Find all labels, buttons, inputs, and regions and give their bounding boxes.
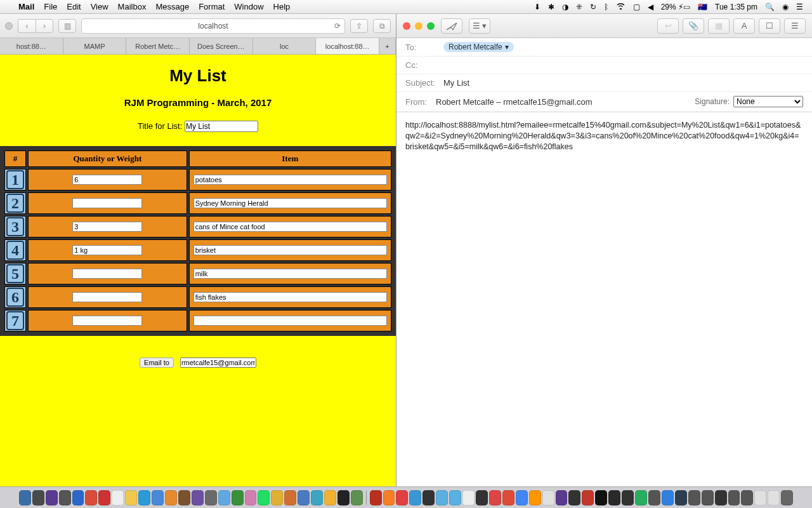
qty-input[interactable] xyxy=(72,269,142,279)
dock-app-icon[interactable] xyxy=(152,490,164,505)
dock-app-icon[interactable] xyxy=(192,490,204,505)
dock-app-icon[interactable] xyxy=(46,490,58,505)
menu-mailbox[interactable]: Mailbox xyxy=(118,2,147,11)
dock-app-icon[interactable] xyxy=(781,490,793,505)
dock-app-icon[interactable] xyxy=(542,490,554,505)
photo-button[interactable]: ☐ xyxy=(759,18,780,34)
dock-app-icon[interactable] xyxy=(768,490,780,505)
menu-window[interactable]: Window xyxy=(234,2,263,11)
dock-app-icon[interactable] xyxy=(32,490,44,505)
bluetooth-icon[interactable]: ᛒ xyxy=(604,3,608,11)
browser-tab[interactable]: Does Screen… xyxy=(190,38,253,54)
qty-input[interactable] xyxy=(72,198,142,208)
browser-tab[interactable]: MAMP xyxy=(63,38,127,54)
browser-tab-active[interactable]: localhost:88… xyxy=(316,38,379,54)
qty-input[interactable] xyxy=(72,316,142,326)
signature-select[interactable]: None xyxy=(733,96,803,107)
list-button[interactable]: ☰ xyxy=(784,18,806,34)
font-button[interactable]: A xyxy=(733,18,755,34)
title-input[interactable] xyxy=(185,121,258,132)
dock-app-icon[interactable] xyxy=(502,490,514,505)
from-value[interactable]: Robert Metcalfe – rmetcalfe15@gmail.com xyxy=(436,97,593,107)
dock-app-icon[interactable] xyxy=(728,490,740,505)
volume-icon[interactable]: ◀︎ xyxy=(648,3,653,11)
dock-app-icon[interactable] xyxy=(568,490,580,505)
dock-app-icon[interactable] xyxy=(648,490,660,505)
item-input[interactable] xyxy=(193,316,387,326)
menu-file[interactable]: File xyxy=(44,2,57,11)
dock-app-icon[interactable] xyxy=(422,490,435,505)
dock-app-icon[interactable] xyxy=(284,490,296,505)
menu-format[interactable]: Format xyxy=(199,2,225,11)
header-fields-button[interactable]: ☰ ▾ xyxy=(469,18,490,34)
dock-app-icon[interactable] xyxy=(622,490,634,505)
qty-input[interactable] xyxy=(72,175,142,185)
clock[interactable]: Tue 1:35 pm xyxy=(715,3,757,11)
dock-app-icon[interactable] xyxy=(258,490,270,505)
dock-app-icon[interactable] xyxy=(489,490,501,505)
dock-app-icon[interactable] xyxy=(245,490,257,505)
wifi-icon[interactable] xyxy=(616,3,625,11)
item-input[interactable] xyxy=(193,245,387,255)
status-icon[interactable]: ✱ xyxy=(548,3,554,11)
sidebar-button[interactable]: ▥ xyxy=(58,19,76,33)
forward-button[interactable]: › xyxy=(36,19,53,33)
qty-input[interactable] xyxy=(72,245,142,255)
dock-app-icon[interactable] xyxy=(675,490,687,505)
dock-app-icon[interactable] xyxy=(396,490,408,505)
item-input[interactable] xyxy=(193,222,387,232)
dock-app-icon[interactable] xyxy=(635,490,647,505)
attach-button[interactable]: 📎 xyxy=(683,18,704,34)
send-button[interactable] xyxy=(441,18,462,34)
reply-button[interactable]: ↩︎ xyxy=(657,18,679,34)
dock-app-icon[interactable] xyxy=(715,490,727,505)
dock-app-icon[interactable] xyxy=(271,490,283,505)
status-icon-2[interactable]: ◑ xyxy=(562,3,568,11)
new-tab-button[interactable]: + xyxy=(379,38,396,54)
dock-app-icon[interactable] xyxy=(205,490,217,505)
browser-tab[interactable]: host:88… xyxy=(0,38,63,54)
dock-app-icon[interactable] xyxy=(351,490,363,505)
menu-edit[interactable]: Edit xyxy=(67,2,81,11)
share-button[interactable]: ⇪ xyxy=(350,19,368,33)
status-icon-3[interactable]: ⁜ xyxy=(576,3,582,11)
menu-help[interactable]: Help xyxy=(273,2,291,11)
dock-app-icon[interactable] xyxy=(582,490,594,505)
flag-icon[interactable]: 🇦🇺 xyxy=(698,3,707,11)
dock-app-icon[interactable] xyxy=(298,490,310,505)
browser-tab[interactable]: loc xyxy=(253,38,317,54)
email-input[interactable] xyxy=(180,358,256,368)
dock-app-icon[interactable] xyxy=(232,490,244,505)
subject-value[interactable]: My List xyxy=(443,78,469,88)
item-input[interactable] xyxy=(193,175,387,185)
item-input[interactable] xyxy=(193,198,387,208)
dock-app-icon[interactable] xyxy=(595,490,607,505)
dock-app-icon[interactable] xyxy=(218,490,230,505)
dock-app-icon[interactable] xyxy=(383,490,395,505)
traffic-close[interactable] xyxy=(5,22,13,30)
dock-app-icon[interactable] xyxy=(138,490,150,505)
dock-app-icon[interactable] xyxy=(59,490,71,505)
notification-icon[interactable]: ☰ xyxy=(796,3,803,11)
dock-app-icon[interactable] xyxy=(516,490,528,505)
dock-app-icon[interactable] xyxy=(702,490,714,505)
tabs-button[interactable]: ⧉ xyxy=(373,19,391,33)
dock-app-icon[interactable] xyxy=(608,490,620,505)
dock-app-icon[interactable] xyxy=(85,490,97,505)
format-button[interactable]: ▦ xyxy=(708,18,730,34)
dock-app-icon[interactable] xyxy=(72,490,84,505)
dock-app-icon[interactable] xyxy=(754,490,766,505)
app-menu[interactable]: Mail xyxy=(18,2,34,11)
dock-app-icon[interactable] xyxy=(98,490,110,505)
display-icon[interactable]: ▢ xyxy=(633,3,640,11)
menu-message[interactable]: Message xyxy=(155,2,189,11)
dock-app-icon[interactable] xyxy=(449,490,461,505)
browser-tab[interactable]: Robert Metc… xyxy=(126,38,190,54)
dock-app-icon[interactable] xyxy=(324,490,336,505)
address-bar[interactable]: localhost ⟳ xyxy=(81,18,345,34)
to-recipient-pill[interactable]: Robert Metcalfe▾ xyxy=(443,42,514,52)
dock-app-icon[interactable] xyxy=(311,490,323,505)
back-button[interactable]: ‹ xyxy=(18,19,36,33)
dock-app-icon[interactable] xyxy=(112,490,124,505)
timemachine-icon[interactable]: ↻ xyxy=(590,3,596,11)
